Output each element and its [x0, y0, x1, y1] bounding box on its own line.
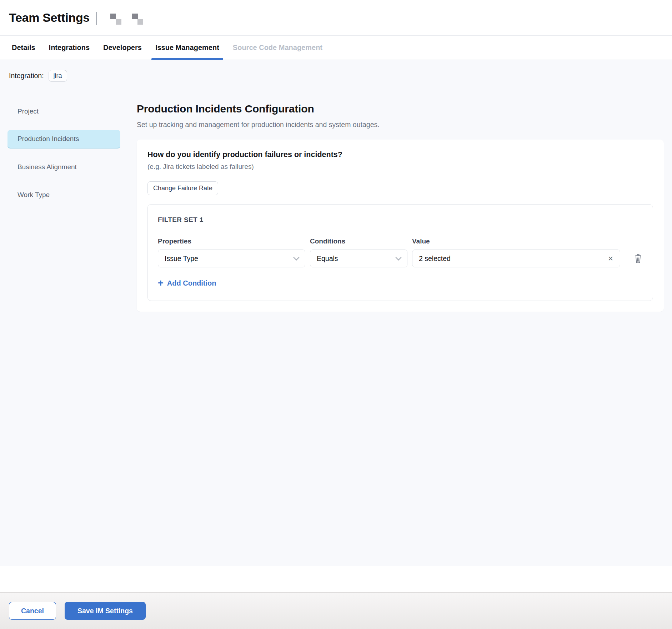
tab-source-code-management[interactable]: Source Code Management [226, 36, 329, 60]
sidebar-item-business-alignment[interactable]: Business Alignment [7, 158, 120, 176]
incidents-config-card: How do you identify production failures … [137, 140, 664, 312]
conditions-column-label: Conditions [310, 237, 407, 245]
integration-badge: jira [49, 70, 67, 82]
checker-icon [132, 14, 144, 25]
title-separator [96, 12, 97, 25]
question-hint: (e.g. Jira tickets labeled as failures) [147, 163, 653, 171]
page-title: Team Settings [9, 11, 90, 25]
clear-selection-icon[interactable]: ✕ [608, 255, 613, 262]
settings-sidebar: Project Production Incidents Business Al… [0, 92, 126, 566]
team-settings-page: Team Settings Details Integrations Devel… [0, 0, 672, 629]
sidebar-item-production-incidents[interactable]: Production Incidents [7, 130, 120, 149]
tab-developers[interactable]: Developers [96, 36, 149, 60]
add-condition-button[interactable]: + Add Condition [158, 279, 216, 287]
property-select-value: Issue Type [165, 255, 198, 263]
footer-spacer [0, 566, 672, 592]
value-select-text: 2 selected [419, 255, 451, 263]
sidebar-item-project[interactable]: Project [7, 102, 120, 121]
settings-tab-bar: Details Integrations Developers Issue Ma… [0, 35, 672, 60]
trash-icon [633, 253, 643, 264]
chevron-down-icon [396, 255, 402, 261]
properties-column-label: Properties [158, 237, 305, 245]
checker-icon [110, 14, 122, 25]
filter-condition-row: Issue Type Equals 2 selected ✕ [158, 250, 643, 267]
property-select[interactable]: Issue Type [158, 250, 305, 267]
value-column-label: Value [412, 237, 620, 245]
main-panel: Production Incidents Configuration Set u… [126, 92, 672, 566]
integration-row: Integration: jira [0, 60, 672, 92]
value-multiselect[interactable]: 2 selected ✕ [412, 250, 620, 267]
section-subtitle: Set up tracking and management for produ… [137, 121, 664, 129]
delete-row-cell [625, 253, 643, 264]
condition-select-value: Equals [317, 255, 338, 263]
content-area: Project Production Incidents Business Al… [0, 92, 672, 566]
top-bar: Team Settings [0, 0, 672, 35]
add-condition-label: Add Condition [167, 279, 216, 287]
filter-set-title: FILTER SET 1 [158, 216, 643, 224]
question-title: How do you identify production failures … [147, 150, 653, 159]
chevron-down-icon [294, 255, 300, 261]
section-title: Production Incidents Configuration [137, 103, 664, 115]
tab-details[interactable]: Details [5, 36, 42, 60]
sidebar-item-work-type[interactable]: Work Type [7, 186, 120, 204]
tab-issue-management[interactable]: Issue Management [149, 36, 226, 60]
cancel-button[interactable]: Cancel [9, 602, 56, 620]
condition-select[interactable]: Equals [310, 250, 407, 267]
filter-set-card: FILTER SET 1 Properties Conditions Value… [147, 204, 653, 301]
tab-integrations[interactable]: Integrations [42, 36, 96, 60]
save-im-settings-button[interactable]: Save IM Settings [65, 602, 146, 620]
change-failure-rate-chip[interactable]: Change Failure Rate [147, 181, 218, 195]
integration-label: Integration: [9, 72, 44, 80]
plus-icon: + [158, 279, 164, 287]
filter-column-labels: Properties Conditions Value [158, 237, 643, 245]
delete-condition-button[interactable] [633, 253, 643, 264]
action-footer: Cancel Save IM Settings [0, 592, 672, 629]
